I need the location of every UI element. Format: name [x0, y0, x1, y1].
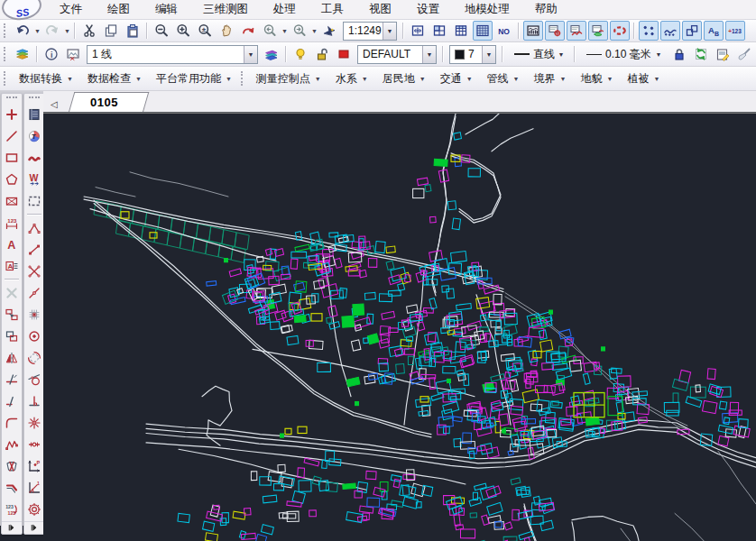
- axis-angle-icon[interactable]: 1: [24, 478, 44, 498]
- color-combo-dropdown[interactable]: ▼: [482, 46, 495, 63]
- zoom-out-icon[interactable]: [152, 21, 171, 41]
- unlock-icon[interactable]: [312, 44, 332, 64]
- hatch-icon[interactable]: [2, 191, 22, 211]
- layer-manager-icon[interactable]: [13, 44, 32, 64]
- tangent-icon[interactable]: [24, 370, 44, 390]
- note-icon[interactable]: [713, 44, 733, 64]
- data-convert-menu[interactable]: 数据转换▼: [12, 71, 80, 87]
- menu-process[interactable]: 处理: [261, 2, 309, 17]
- color-combo[interactable]: 7▼: [449, 45, 496, 64]
- orbit-icon[interactable]: [238, 21, 258, 41]
- move-object-icon[interactable]: [2, 326, 22, 346]
- layer-combo-dropdown[interactable]: ▼: [244, 46, 257, 63]
- grid-snap-icon[interactable]: [24, 305, 44, 325]
- point-plus-icon[interactable]: [2, 105, 22, 124]
- angle-node-icon[interactable]: [24, 218, 44, 238]
- erase-icon[interactable]: [2, 283, 22, 303]
- platform-tools-menu[interactable]: 平台常用功能▼: [149, 71, 239, 87]
- scale-combo[interactable]: 1:1249▼: [343, 22, 397, 41]
- axis-p-icon[interactable]: P: [24, 456, 44, 476]
- mirror-icon[interactable]: [2, 348, 22, 368]
- brush-icon[interactable]: [734, 44, 754, 64]
- grid-extents-icon[interactable]: [408, 21, 428, 41]
- terrain-menu[interactable]: 地貌▼: [573, 71, 620, 87]
- rotate-number-icon[interactable]: 123123: [2, 500, 22, 519]
- text-a-icon[interactable]: A: [2, 234, 22, 254]
- layers-stack-icon[interactable]: [262, 44, 281, 64]
- menu-tools[interactable]: 工具: [309, 2, 356, 17]
- blocks-icon[interactable]: [682, 21, 702, 41]
- drawing-tab[interactable]: 0105: [69, 92, 149, 112]
- toolbar-grip[interactable]: [29, 96, 40, 102]
- linetype-combo-dropdown[interactable]: ▼: [555, 46, 567, 63]
- red-swatch-icon[interactable]: [334, 44, 354, 64]
- toolbar-grip[interactable]: [4, 71, 8, 86]
- redo-dropdown[interactable]: ▼: [63, 23, 71, 39]
- freehand-icon[interactable]: [24, 148, 44, 168]
- numbers-icon[interactable]: +123: [725, 21, 745, 41]
- traffic-menu[interactable]: 交通▼: [433, 71, 480, 87]
- linetype-combo[interactable]: 直线▼: [509, 45, 568, 64]
- polygon-icon[interactable]: [2, 170, 22, 189]
- pan-icon[interactable]: [217, 21, 236, 41]
- undo-dropdown[interactable]: ▼: [33, 23, 41, 39]
- symbol-library-icon[interactable]: T: [24, 126, 44, 146]
- rectangle-icon[interactable]: [2, 148, 22, 168]
- menu-view[interactable]: 视图: [356, 2, 404, 17]
- zoom-previous-icon[interactable]: [260, 21, 280, 41]
- zoom-dynamic-icon[interactable]: ±: [195, 21, 215, 41]
- zoom-next-dropdown[interactable]: ▼: [310, 23, 318, 39]
- style-combo[interactable]: DEFAULT▼: [357, 45, 437, 64]
- star-divide-icon[interactable]: [24, 413, 44, 433]
- toolbar-grip[interactable]: [4, 47, 8, 61]
- toolbar-overflow-button[interactable]: [2, 521, 22, 534]
- polyline-icon[interactable]: [2, 435, 22, 454]
- copy-object-icon[interactable]: [2, 305, 22, 325]
- midpoint-icon[interactable]: [24, 435, 44, 454]
- scatter-points-icon[interactable]: [639, 21, 659, 41]
- intersect-icon[interactable]: [24, 261, 44, 281]
- lasso-icon[interactable]: [610, 21, 630, 41]
- segment-node-icon[interactable]: [24, 240, 44, 260]
- drawing-canvas[interactable]: [43, 113, 756, 541]
- perpendicular-icon[interactable]: [24, 391, 44, 411]
- line-icon[interactable]: [2, 126, 22, 146]
- menu-help[interactable]: 帮助: [522, 2, 570, 17]
- scale-combo-dropdown[interactable]: ▼: [383, 23, 396, 40]
- text-style-icon[interactable]: A: [2, 256, 22, 276]
- trim-icon[interactable]: [2, 370, 22, 390]
- zoom-in-icon[interactable]: [173, 21, 193, 41]
- residential-menu[interactable]: 居民地▼: [375, 71, 433, 87]
- layer-combo[interactable]: 1 线▼: [87, 45, 258, 64]
- zoom-next-icon[interactable]: [290, 21, 309, 41]
- pipeline-menu[interactable]: 管线▼: [480, 71, 527, 87]
- offset-icon[interactable]: [2, 478, 22, 498]
- toolbar-grip[interactable]: [4, 23, 8, 38]
- notebook-icon[interactable]: [24, 105, 44, 124]
- lineweight-combo-dropdown[interactable]: ▼: [652, 46, 665, 63]
- refresh-icon[interactable]: [691, 44, 711, 64]
- grid-partial-icon[interactable]: [429, 21, 449, 41]
- vegetation-icon[interactable]: W: [24, 170, 44, 189]
- menu-terrain-model[interactable]: 地模处理: [452, 2, 522, 17]
- toolbar-grip[interactable]: [241, 71, 245, 86]
- center-snap-icon[interactable]: [24, 326, 44, 346]
- control-point-menu[interactable]: 测量控制点▼: [249, 71, 328, 87]
- boundary-menu[interactable]: 境界▼: [527, 71, 574, 87]
- extend-icon[interactable]: [2, 391, 22, 411]
- target-icon[interactable]: [24, 500, 44, 519]
- toolbar-overflow-button[interactable]: [24, 521, 44, 534]
- menu-draw[interactable]: 绘图: [95, 2, 143, 17]
- cut-icon[interactable]: [79, 21, 99, 41]
- copy-icon[interactable]: [101, 21, 121, 41]
- text-ab-icon[interactable]: AB: [704, 21, 724, 41]
- line-locate-icon[interactable]: [567, 21, 586, 41]
- segment-tick-icon[interactable]: [24, 283, 44, 303]
- tab-scroll-left-icon[interactable]: ◁: [51, 99, 58, 109]
- style-combo-dropdown[interactable]: ▼: [422, 46, 436, 63]
- menu-settings[interactable]: 设置: [404, 2, 452, 17]
- data-check-menu[interactable]: 数据检查▼: [80, 71, 149, 87]
- fly-icon[interactable]: [319, 21, 339, 41]
- wave-icon[interactable]: [660, 21, 680, 41]
- select-rect-icon[interactable]: [24, 191, 44, 211]
